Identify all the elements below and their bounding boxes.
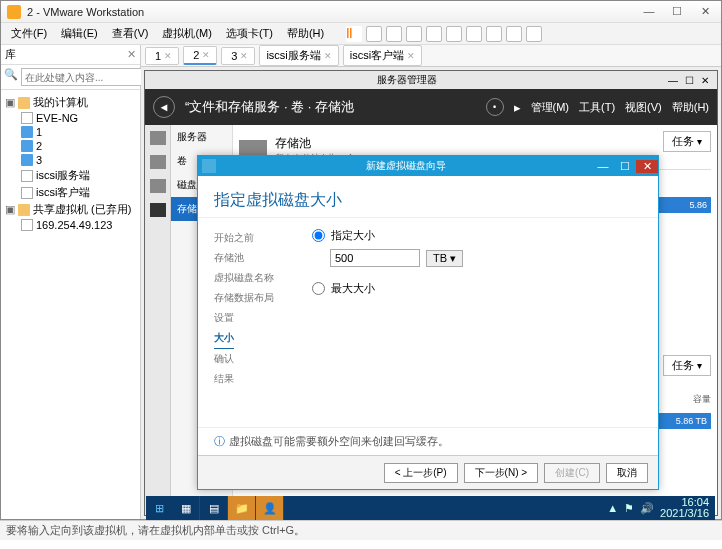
all-servers-icon[interactable] bbox=[150, 179, 166, 193]
menu-view[interactable]: 视图(V) bbox=[625, 100, 662, 115]
refresh-icon[interactable]: • bbox=[486, 98, 504, 116]
tree-item-iscsi-client[interactable]: iscsi客户端 bbox=[3, 184, 138, 201]
tab-iscsi-server[interactable]: iscsi服务端✕ bbox=[259, 45, 338, 66]
window-title: 2 - VMware Workstation bbox=[27, 6, 639, 18]
menu-tools[interactable]: 工具(T) bbox=[579, 100, 615, 115]
taskbar-item[interactable]: 👤 bbox=[256, 496, 284, 520]
srvmgr-titlebar: 服务器管理器 —☐✕ bbox=[145, 71, 717, 89]
back-button[interactable]: ◄ bbox=[153, 96, 175, 118]
tree-item-1[interactable]: 1 bbox=[3, 125, 138, 139]
toolbar-icon[interactable] bbox=[526, 26, 542, 42]
srvmgr-title: 服务器管理器 bbox=[149, 73, 665, 87]
step-before[interactable]: 开始之前 bbox=[214, 228, 298, 248]
close-icon[interactable]: ✕ bbox=[240, 51, 248, 61]
start-button[interactable]: ⊞ bbox=[146, 496, 172, 520]
minimize-button[interactable]: — bbox=[592, 160, 614, 173]
menu-help[interactable]: 帮助(H) bbox=[672, 100, 709, 115]
step-name[interactable]: 虚拟磁盘名称 bbox=[214, 268, 298, 288]
tab-2[interactable]: 2✕ bbox=[183, 46, 217, 65]
toolbar-icon[interactable] bbox=[406, 26, 422, 42]
capacity-header-2: 容量 bbox=[693, 393, 711, 406]
menu-vm[interactable]: 虚拟机(M) bbox=[156, 24, 218, 43]
wizard-title: 新建虚拟磁盘向导 bbox=[220, 159, 592, 173]
close-icon[interactable]: ✕ bbox=[164, 51, 172, 61]
tree-ip[interactable]: 169.254.49.123 bbox=[3, 218, 138, 232]
next-button[interactable]: 下一步(N) > bbox=[464, 463, 539, 483]
tray-icon[interactable]: ⚑ bbox=[624, 502, 634, 515]
tree-item-3[interactable]: 3 bbox=[3, 153, 138, 167]
menu-file[interactable]: 文件(F) bbox=[5, 24, 53, 43]
tree-item-2[interactable]: 2 bbox=[3, 139, 138, 153]
library-close-icon[interactable]: ✕ bbox=[127, 48, 136, 61]
step-settings[interactable]: 设置 bbox=[214, 308, 298, 328]
radio-fixed-size[interactable] bbox=[312, 229, 325, 242]
toolbar-icon[interactable] bbox=[486, 26, 502, 42]
close-button[interactable]: ✕ bbox=[697, 75, 713, 86]
step-size[interactable]: 大小 bbox=[214, 328, 234, 349]
flag-icon[interactable]: ▸ bbox=[514, 100, 521, 115]
system-tray[interactable]: ▲ ⚑ 🔊 16:04 2021/3/16 bbox=[601, 497, 715, 519]
close-button[interactable]: ✕ bbox=[636, 160, 658, 173]
close-icon[interactable]: ✕ bbox=[407, 51, 415, 61]
capacity-bar-1: 5.86 bbox=[651, 197, 711, 213]
tree-shared[interactable]: ▣ 共享虚拟机 (已弃用) bbox=[3, 201, 138, 218]
menu-help[interactable]: 帮助(H) bbox=[281, 24, 330, 43]
tree-item-eveng[interactable]: EVE-NG bbox=[3, 111, 138, 125]
toolbar-icon[interactable] bbox=[366, 26, 382, 42]
toolbar-icon[interactable] bbox=[426, 26, 442, 42]
size-unit-dropdown[interactable]: TB ▾ bbox=[426, 250, 463, 267]
file-services-icon[interactable] bbox=[150, 203, 166, 217]
dashboard-icon[interactable] bbox=[150, 131, 166, 145]
tree-root[interactable]: ▣ 我的计算机 bbox=[3, 94, 138, 111]
vm-tabs: 1✕ 2✕ 3✕ iscsi服务端✕ iscsi客户端✕ bbox=[141, 45, 721, 67]
menu-view[interactable]: 查看(V) bbox=[106, 24, 155, 43]
radio-max-size[interactable] bbox=[312, 282, 325, 295]
menu-manage[interactable]: 管理(M) bbox=[531, 100, 570, 115]
srvmgr-header: ◄ “文件和存储服务 · 卷 · 存储池 • ▸ 管理(M) 工具(T) 视图(… bbox=[145, 89, 717, 125]
minimize-button[interactable]: — bbox=[665, 75, 681, 86]
tree-item-iscsi-server[interactable]: iscsi服务端 bbox=[3, 167, 138, 184]
fixed-size-label: 指定大小 bbox=[331, 228, 375, 243]
library-label: 库 bbox=[5, 47, 127, 62]
tasks-button[interactable]: 任务 ▾ bbox=[663, 131, 711, 152]
menu-tabs[interactable]: 选项卡(T) bbox=[220, 24, 279, 43]
step-layout[interactable]: 存储数据布局 bbox=[214, 288, 298, 308]
close-button[interactable]: ✕ bbox=[695, 5, 715, 18]
taskbar-item[interactable]: ▦ bbox=[172, 496, 200, 520]
tab-1[interactable]: 1✕ bbox=[145, 47, 179, 65]
folder-icon bbox=[18, 204, 30, 216]
maximize-button[interactable]: ☐ bbox=[614, 160, 636, 173]
wizard-buttons: < 上一步(P) 下一步(N) > 创建(C) 取消 bbox=[198, 455, 658, 489]
close-icon[interactable]: ✕ bbox=[324, 51, 332, 61]
pause-icon[interactable]: || bbox=[346, 26, 362, 42]
vm-icon bbox=[21, 112, 33, 124]
library-search-input[interactable] bbox=[21, 68, 156, 86]
tab-iscsi-client[interactable]: iscsi客户端✕ bbox=[343, 45, 422, 66]
step-pool[interactable]: 存储池 bbox=[214, 248, 298, 268]
server-icon[interactable] bbox=[150, 155, 166, 169]
toolbar-icon[interactable] bbox=[466, 26, 482, 42]
toolbar-icon[interactable] bbox=[386, 26, 402, 42]
vm-icon bbox=[21, 126, 33, 138]
size-input[interactable] bbox=[330, 249, 420, 267]
toolbar-icon[interactable] bbox=[506, 26, 522, 42]
tasks-button-2[interactable]: 任务 ▾ bbox=[663, 355, 711, 376]
cancel-button[interactable]: 取消 bbox=[606, 463, 648, 483]
prev-button[interactable]: < 上一步(P) bbox=[384, 463, 458, 483]
maximize-button[interactable]: ☐ bbox=[681, 75, 697, 86]
menu-edit[interactable]: 编辑(E) bbox=[55, 24, 104, 43]
tray-icon[interactable]: ▲ bbox=[607, 502, 618, 514]
maximize-button[interactable]: ☐ bbox=[667, 5, 687, 18]
minimize-button[interactable]: — bbox=[639, 5, 659, 18]
tab-3[interactable]: 3✕ bbox=[221, 47, 255, 65]
max-size-label: 最大大小 bbox=[331, 281, 375, 296]
toolbar-icon[interactable] bbox=[446, 26, 462, 42]
srvmgr-iconbar bbox=[145, 125, 171, 515]
tray-icon[interactable]: 🔊 bbox=[640, 502, 654, 515]
close-icon[interactable]: ✕ bbox=[202, 50, 210, 60]
clock[interactable]: 16:04 2021/3/16 bbox=[660, 497, 709, 519]
taskbar-item-explorer[interactable]: 📁 bbox=[228, 496, 256, 520]
nav-servers[interactable]: 服务器 bbox=[171, 125, 232, 149]
window-controls: — ☐ ✕ bbox=[639, 5, 715, 18]
taskbar-item[interactable]: ▤ bbox=[200, 496, 228, 520]
